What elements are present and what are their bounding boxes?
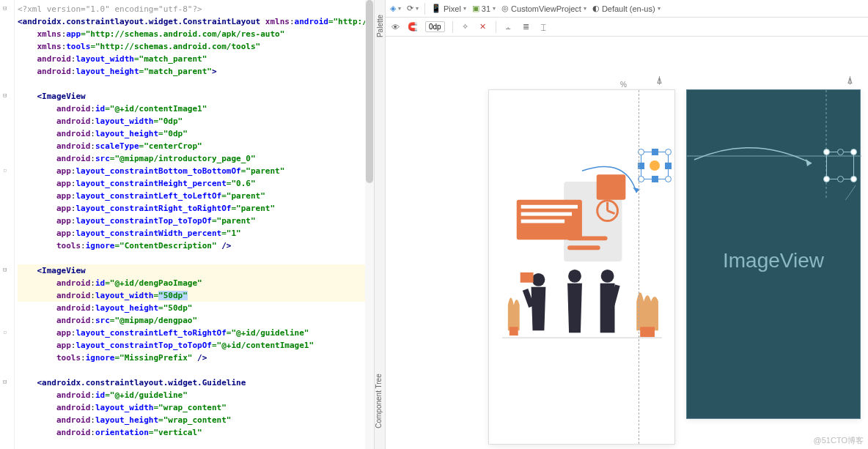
align-icon[interactable]: ≣ <box>521 22 532 32</box>
code-line[interactable]: app:layout_constraintBottom_toBottomOf="… <box>18 165 374 177</box>
fold-icon[interactable]: ⊟ <box>3 92 10 99</box>
svg-point-14 <box>568 270 581 283</box>
svg-point-11 <box>532 273 545 286</box>
svg-rect-17 <box>509 327 518 335</box>
code-line[interactable]: <androidx.constraintlayout.widget.Constr… <box>18 15 374 28</box>
code-line[interactable]: app:layout_constraintTop_toTopOf="@+id/c… <box>18 339 374 352</box>
scrollbar-thumb[interactable] <box>366 0 373 183</box>
device-selector[interactable]: 📱 Pixel▾ <box>431 4 466 13</box>
code-line[interactable]: <ImageView <box>18 264 374 277</box>
svg-rect-18 <box>640 327 655 337</box>
code-line[interactable] <box>18 78 374 90</box>
code-line[interactable]: android:layout_width="0dp" <box>18 115 374 127</box>
clear-constraints-icon[interactable]: ✕ <box>478 22 488 32</box>
code-line[interactable]: android:src="@mipmap/dengpao" <box>18 314 374 327</box>
infer-constraints-icon[interactable]: ✧ <box>460 22 471 32</box>
default-margin[interactable]: 0dp <box>425 21 445 32</box>
code-line[interactable]: <androidx.constraintlayout.widget.Guidel… <box>18 376 374 389</box>
palette-label: Palette <box>376 15 384 37</box>
editor-gutter: ⊟ ⊟ ⊟ ▫ ▫ ⊟ <box>0 0 15 449</box>
code-line[interactable] <box>18 364 374 376</box>
palette-sidebar[interactable]: Palette Component Tree <box>374 0 386 449</box>
code-line[interactable]: android:src="@mipmap/introductory_page_0… <box>18 152 374 165</box>
fold-icon[interactable]: ⊟ <box>3 378 10 385</box>
code-line[interactable]: android:layout_height="0dp" <box>18 127 374 140</box>
guideline-indicator[interactable] <box>639 90 639 444</box>
design-canvas[interactable]: % ⍋ ⍋ <box>386 37 868 449</box>
image-gutter-icon: ▫ <box>3 328 10 335</box>
code-line[interactable]: android:layout_height="match_parent"> <box>18 65 374 78</box>
code-line[interactable]: xmlns:tools="http://schemas.android.com/… <box>18 40 374 53</box>
guideline-icon[interactable]: ⌶ <box>539 22 549 32</box>
imageview-placeholder-label: ImageView <box>723 249 824 272</box>
pack-icon[interactable]: ⫠ <box>504 22 514 32</box>
orientation-selector[interactable]: ⟳▾ <box>407 4 419 13</box>
svg-point-15 <box>600 270 614 283</box>
svg-rect-9 <box>567 236 607 240</box>
code-line[interactable]: <?xml version="1.0" encoding="utf-8"?> <box>18 3 374 15</box>
code-line[interactable]: android:id="@+id/guideline" <box>18 389 374 401</box>
svg-rect-5 <box>596 174 625 200</box>
fold-icon[interactable]: ⊟ <box>3 4 10 12</box>
code-line[interactable]: app:layout_constraintWidth_percent="1" <box>18 227 374 240</box>
ruler-percent: % <box>620 81 627 89</box>
code-line[interactable]: app:layout_constraintTop_toTopOf="parent… <box>18 215 374 227</box>
fold-icon[interactable]: ⊟ <box>3 266 10 273</box>
code-line[interactable]: android:id="@+id/dengPaoImage" <box>18 277 374 289</box>
vertical-scrollbar[interactable] <box>365 0 374 449</box>
design-toolbar-1: ◈▾ ⟳▾ 📱 Pixel▾ ▣ 31▾ ◎ CustomViewProject… <box>386 0 868 18</box>
code-line[interactable]: android:layout_height="50dp" <box>18 302 374 314</box>
code-line[interactable]: app:layout_constraintLeft_toLeftOf="pare… <box>18 190 374 202</box>
design-toolbar-2: 👁 🧲 0dp ✧ ✕ ⫠ ≣ ⌶ <box>386 18 868 37</box>
handle-icon[interactable]: ⍋ <box>657 76 666 85</box>
api-selector[interactable]: ▣ 31▾ <box>472 4 496 13</box>
blueprint-constraints <box>687 90 868 200</box>
svg-rect-4 <box>521 219 564 223</box>
code-line[interactable]: tools:ignore="MissingPrefix" /> <box>18 352 374 364</box>
locale-selector[interactable]: ◐ Default (en-us)▾ <box>592 4 661 13</box>
code-line[interactable]: android:orientation="vertical" <box>18 426 374 439</box>
selection-box[interactable] <box>641 152 669 179</box>
view-options-icon[interactable]: 👁 <box>390 22 400 32</box>
svg-rect-2 <box>521 205 577 209</box>
component-tree-label: Component Tree <box>375 374 383 428</box>
autoconnect-icon[interactable]: 🧲 <box>408 22 418 32</box>
svg-rect-3 <box>521 212 571 216</box>
code-line[interactable]: tools:ignore="ContentDescription" /> <box>18 240 374 252</box>
code-line[interactable]: android:layout_height="wrap_content" <box>18 414 374 426</box>
code-line[interactable]: android:scaleType="centerCrop" <box>18 140 374 152</box>
code-line[interactable]: app:layout_constraintRight_toRightOf="pa… <box>18 202 374 215</box>
watermark: @51CTO博客 <box>814 435 864 446</box>
code-line[interactable]: app:layout_constraintLeft_toRightOf="@+i… <box>18 327 374 339</box>
blueprint-selection[interactable] <box>826 152 854 179</box>
code-line[interactable]: <ImageView <box>18 90 374 103</box>
theme-selector[interactable]: ◎ CustomViewProject▾ <box>501 4 586 13</box>
lightbulb-icon <box>650 160 660 171</box>
code-line[interactable]: android:layout_width="wrap_content" <box>18 401 374 414</box>
design-preview[interactable] <box>488 89 675 445</box>
surface-selector[interactable]: ◈▾ <box>390 4 401 13</box>
image-gutter-icon: ▫ <box>3 166 10 174</box>
code-editor[interactable]: ⊟ ⊟ ⊟ ▫ ▫ ⊟ <?xml version="1.0" encoding… <box>0 0 374 449</box>
design-panel: ◈▾ ⟳▾ 📱 Pixel▾ ▣ 31▾ ◎ CustomViewProject… <box>386 0 868 449</box>
code-line[interactable]: xmlns:app="http://schemas.android.com/ap… <box>18 28 374 40</box>
code-line[interactable]: android:layout_width="match_parent" <box>18 53 374 65</box>
code-line[interactable]: android:layout_width="50dp" <box>18 289 374 302</box>
handle-icon[interactable]: ⍋ <box>847 76 856 85</box>
blueprint-preview[interactable]: ImageView <box>686 89 861 419</box>
svg-rect-13 <box>520 272 533 283</box>
code-line[interactable]: android:id="@+id/contentImage1" <box>18 103 374 115</box>
code-content[interactable]: <?xml version="1.0" encoding="utf-8"?><a… <box>15 0 374 442</box>
svg-rect-10 <box>567 245 600 250</box>
code-line[interactable]: app:layout_constraintHeight_percent="0.6… <box>18 177 374 190</box>
code-line[interactable] <box>18 252 374 264</box>
